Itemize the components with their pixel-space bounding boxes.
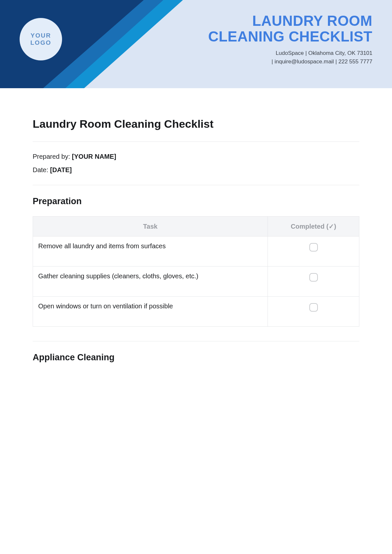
- logo-placeholder: YOUR LOGO: [20, 18, 62, 60]
- divider: [33, 341, 359, 341]
- checkbox[interactable]: [309, 273, 318, 282]
- contact-line1: LudoSpace | Oklahoma City, OK 73101: [271, 49, 372, 57]
- prepared-by-value: [YOUR NAME]: [72, 153, 116, 160]
- table-row: Gather cleaning supplies (cleaners, clot…: [33, 267, 359, 297]
- divider: [33, 141, 359, 142]
- table-header-task: Task: [33, 217, 268, 236]
- header-contact: LudoSpace | Oklahoma City, OK 73101 | in…: [271, 49, 372, 66]
- header-title-line2: CLEANING CHECKLIST: [208, 29, 372, 44]
- table-row: Remove all laundry and items from surfac…: [33, 236, 359, 267]
- date-line: Date: [DATE]: [33, 166, 359, 174]
- checkbox[interactable]: [309, 303, 318, 312]
- logo-text-line1: YOUR: [31, 32, 51, 39]
- contact-line2: | inquire@ludospace.mail | 222 555 7777: [271, 57, 372, 66]
- header-banner: YOUR LOGO LAUNDRY ROOM CLEANING CHECKLIS…: [0, 0, 392, 88]
- checkbox-cell: [268, 267, 359, 297]
- section-title-preparation: Preparation: [33, 196, 359, 206]
- prepared-by-line: Prepared by: [YOUR NAME]: [33, 153, 359, 160]
- task-cell: Remove all laundry and items from surfac…: [33, 236, 268, 267]
- checkbox[interactable]: [309, 243, 318, 252]
- document-title: Laundry Room Cleaning Checklist: [33, 118, 359, 130]
- date-value: [DATE]: [50, 166, 72, 173]
- page: YOUR LOGO LAUNDRY ROOM CLEANING CHECKLIS…: [0, 0, 392, 554]
- logo-text-line2: LOGO: [30, 39, 51, 46]
- task-cell: Open windows or turn on ventilation if p…: [33, 297, 268, 327]
- checkbox-cell: [268, 236, 359, 267]
- section-title-appliance: Appliance Cleaning: [33, 352, 359, 363]
- prepared-by-label: Prepared by:: [33, 153, 72, 160]
- divider: [33, 185, 359, 185]
- checkbox-cell: [268, 297, 359, 327]
- header-title: LAUNDRY ROOM CLEANING CHECKLIST: [208, 13, 372, 44]
- date-label: Date:: [33, 166, 50, 173]
- preparation-table: Task Completed (✓) Remove all laundry an…: [33, 216, 359, 327]
- task-cell: Gather cleaning supplies (cleaners, clot…: [33, 267, 268, 297]
- header-title-line1: LAUNDRY ROOM: [208, 13, 372, 29]
- content-area: Laundry Room Cleaning Checklist Prepared…: [0, 88, 392, 363]
- table-row: Open windows or turn on ventilation if p…: [33, 297, 359, 327]
- table-header-completed: Completed (✓): [268, 217, 359, 236]
